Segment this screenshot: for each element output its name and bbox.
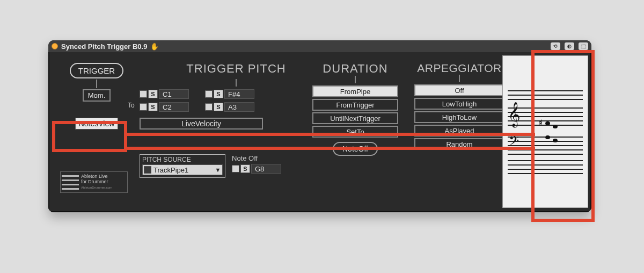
arp-option-random[interactable]: Random xyxy=(414,138,504,150)
bass-clef-icon: 𝄢 xyxy=(509,134,519,150)
connector-line xyxy=(96,80,97,88)
solo-button[interactable]: S xyxy=(148,103,158,111)
noteoff-note-field[interactable]: G8 xyxy=(251,164,281,174)
dropdown-arrow-icon: ▼ xyxy=(214,167,222,173)
pitch-enable-checkbox[interactable] xyxy=(205,90,213,98)
noteoff-section: Note Off S G8 xyxy=(232,154,281,174)
pitch-note-field[interactable]: C1 xyxy=(159,89,189,99)
hand-icon[interactable]: ✋ xyxy=(150,42,158,50)
trigger-button[interactable]: TRIGGER xyxy=(70,63,123,78)
arp-option-off[interactable]: Off xyxy=(414,84,504,96)
trigger-pitch-header: TRIGGER PITCH xyxy=(140,62,333,76)
notes-view-panel: 𝄞 ♯ 𝄢 xyxy=(502,55,588,208)
pitch-enable-checkbox[interactable] xyxy=(205,103,213,111)
pitch-row: S C1 xyxy=(140,89,189,99)
logo: Ableton Live for Drummer AbletonDrummer.… xyxy=(60,171,128,193)
noteoff-row: S G8 xyxy=(232,163,281,174)
device-active-dot[interactable] xyxy=(52,43,58,49)
note-icon xyxy=(545,135,550,139)
arp-option-hightolow[interactable]: HighToLow xyxy=(414,111,504,123)
to-label: To xyxy=(128,102,135,109)
pitch-source-select[interactable]: TrackPipe1 ▼ xyxy=(142,164,223,175)
noteoff-label: Note Off xyxy=(232,154,281,162)
trigger-mode-button[interactable]: Mom. xyxy=(83,89,111,102)
pitch-source-label: PITCH SOURCE xyxy=(142,156,223,163)
trigger-column: TRIGGER Mom. NotesView xyxy=(64,63,129,130)
pitch-note-field[interactable]: F#4 xyxy=(224,89,254,99)
duration-options: FromPipe FromTrigger UntilNextTrigger Se… xyxy=(312,85,398,138)
duration-option-frompipe[interactable]: FromPipe xyxy=(312,85,398,97)
duration-header: DURATION xyxy=(312,62,398,76)
extra-staff-lines xyxy=(508,157,583,176)
arpeggiator-options: Off LowToHigh HighToLow AsPlayed Random xyxy=(414,84,504,150)
live-velocity-button[interactable]: LiveVelocity xyxy=(140,118,263,130)
device-body: TRIGGER Mom. NotesView Ableton Live for … xyxy=(48,52,591,212)
note-icon xyxy=(553,139,558,142)
titlebar-button-2[interactable]: ◐ xyxy=(565,42,574,50)
notesview-button[interactable]: NotesView xyxy=(75,118,119,130)
logo-text: Ableton Live for Drummer AbletonDrummer.… xyxy=(80,172,127,192)
duration-column: DURATION FromPipe FromTrigger UntilNextT… xyxy=(312,62,398,156)
arpeggiator-column: ARPEGGIATOR Off LowToHigh HighToLow AsPl… xyxy=(414,62,504,150)
arp-option-lowtohigh[interactable]: LowToHigh xyxy=(414,98,504,110)
pitch-note-field[interactable]: C2 xyxy=(159,102,189,112)
arpeggiator-header: ARPEGGIATOR xyxy=(414,62,504,75)
sharp-icon: ♯ xyxy=(539,118,543,127)
titlebar-button-3[interactable]: ⬚ xyxy=(579,42,588,50)
connector-line xyxy=(355,76,356,83)
solo-button[interactable]: S xyxy=(214,103,223,111)
solo-button[interactable]: S xyxy=(148,90,158,98)
connector-line xyxy=(459,75,460,82)
pitch-note-field[interactable]: A3 xyxy=(224,102,254,112)
pitch-source-section: PITCH SOURCE TrackPipe1 ▼ xyxy=(140,154,225,178)
pitch-source-checkbox[interactable] xyxy=(144,166,151,174)
duration-option-setto[interactable]: SetTo xyxy=(312,126,398,138)
treble-clef-icon: 𝄞 xyxy=(508,104,521,124)
noteoff-enable-checkbox[interactable] xyxy=(232,165,239,173)
note-icon xyxy=(545,121,550,125)
duration-option-fromtrigger[interactable]: FromTrigger xyxy=(312,99,398,111)
pitch-row: S A3 xyxy=(205,102,254,112)
trigger-pitch-column: TRIGGER PITCH To S C1 S C2 xyxy=(140,62,333,130)
logo-stripes-icon xyxy=(61,172,80,192)
device-title: Synced Pitch Trigger B0.9 xyxy=(61,42,147,51)
device-window: Synced Pitch Trigger B0.9 ✋ ⟲ ◐ ⬚ TRIGGE… xyxy=(48,40,591,212)
pitch-row: S F#4 xyxy=(205,89,254,99)
pitch-enable-checkbox[interactable] xyxy=(140,90,147,98)
pitch-source-value: TrackPipe1 xyxy=(151,166,214,174)
bass-staff: 𝄢 xyxy=(508,136,583,156)
arp-option-asplayed[interactable]: AsPlayed xyxy=(414,125,504,136)
duration-option-untilnexttrigger[interactable]: UntilNextTrigger xyxy=(312,112,398,124)
treble-staff: 𝄞 ♯ xyxy=(508,107,583,127)
titlebar: Synced Pitch Trigger B0.9 ✋ ⟲ ◐ ⬚ xyxy=(48,40,591,52)
pitch-row: S C2 xyxy=(140,102,189,112)
titlebar-button-1[interactable]: ⟲ xyxy=(551,42,560,50)
note-icon xyxy=(553,125,558,128)
connector-line xyxy=(236,79,237,87)
solo-button[interactable]: S xyxy=(214,90,223,98)
pitch-enable-checkbox[interactable] xyxy=(140,103,147,111)
solo-button[interactable]: S xyxy=(240,164,250,173)
noteoff-button[interactable]: NoteOff xyxy=(333,142,378,156)
